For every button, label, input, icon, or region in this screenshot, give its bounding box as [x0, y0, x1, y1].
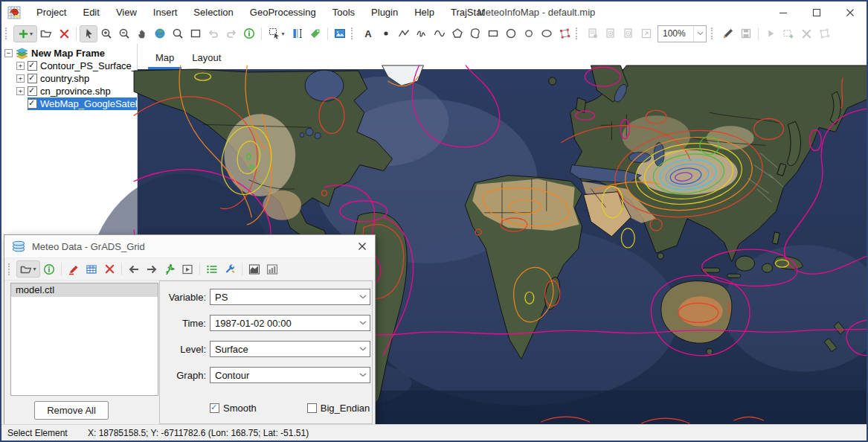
layer-checkbox[interactable]: [28, 86, 37, 96]
menu-geoprocessing[interactable]: GeoProcessing: [242, 1, 324, 23]
dialog-close-icon[interactable]: [350, 235, 375, 257]
fit-to-screen-icon[interactable]: [637, 25, 655, 42]
menu-plugin[interactable]: Plugin: [363, 1, 406, 23]
measurement-icon[interactable]: [289, 25, 306, 42]
menu-edit[interactable]: Edit: [74, 1, 107, 23]
remove-layer-icon[interactable]: [55, 25, 73, 42]
zoom-level-combobox[interactable]: 100%: [658, 25, 707, 42]
data-file-item[interactable]: model.ctl: [11, 284, 158, 297]
remove-all-button[interactable]: Remove All: [34, 401, 109, 420]
graph-combobox[interactable]: Contour: [210, 367, 370, 383]
open-file-icon[interactable]: [37, 25, 55, 42]
save-icon[interactable]: [737, 25, 755, 42]
free-polygon-draw-icon[interactable]: [466, 25, 484, 42]
delete-shape-icon[interactable]: [797, 25, 815, 42]
open-data-button[interactable]: ▾: [16, 260, 40, 278]
chart-area-icon[interactable]: [245, 260, 263, 278]
rectangle-draw-icon[interactable]: [484, 25, 502, 42]
previous-time-icon[interactable]: [125, 260, 143, 278]
remove-data-icon[interactable]: [100, 260, 118, 278]
polygon-draw-icon[interactable]: [449, 25, 466, 42]
toolbar-grip[interactable]: [351, 28, 357, 39]
zoom-to-layer-icon[interactable]: [169, 25, 187, 42]
maximize-button[interactable]: [800, 1, 833, 23]
data-list-icon[interactable]: [203, 260, 221, 278]
big-endian-checkbox[interactable]: [307, 403, 317, 413]
toolbar-grip[interactable]: [8, 263, 14, 275]
ellipse-draw-icon[interactable]: [538, 25, 556, 42]
dialog-titlebar[interactable]: Meteo Data - GrADS_Grid: [4, 235, 375, 258]
polyline-draw-icon[interactable]: [395, 25, 413, 42]
zoom-to-extent-icon[interactable]: [187, 25, 205, 42]
smooth-checkbox[interactable]: [210, 403, 219, 413]
page-zoom-out-icon[interactable]: [620, 25, 637, 42]
point-draw-icon[interactable]: [377, 25, 395, 42]
chevron-down-icon[interactable]: [356, 289, 370, 304]
add-shape-icon[interactable]: [779, 25, 797, 42]
toolbar-grip[interactable]: [576, 28, 582, 39]
menu-insert[interactable]: Insert: [145, 1, 186, 23]
label-icon[interactable]: [306, 25, 324, 42]
play-animation-icon[interactable]: [179, 260, 196, 278]
draw-data-icon[interactable]: [65, 260, 83, 278]
vertex-polygon-icon[interactable]: [556, 25, 573, 42]
select-by-rectangle-icon[interactable]: ▾: [265, 25, 289, 42]
menu-project[interactable]: Project: [28, 1, 74, 23]
layer-label[interactable]: country.shp: [40, 73, 89, 84]
screenshot-icon[interactable]: [331, 25, 349, 42]
circle-draw-icon[interactable]: [502, 25, 520, 42]
page-setup-icon[interactable]: [584, 25, 602, 42]
toolbar-grip[interactable]: [5, 28, 11, 39]
chevron-down-icon[interactable]: [356, 342, 370, 356]
close-button[interactable]: [833, 1, 867, 23]
menu-view[interactable]: View: [108, 1, 145, 23]
next-time-icon[interactable]: [143, 260, 161, 278]
layer-checkbox[interactable]: [28, 99, 37, 109]
zoom-out-icon[interactable]: [115, 25, 133, 42]
chevron-down-icon[interactable]: [356, 316, 370, 330]
root-expander[interactable]: −: [4, 49, 13, 57]
tab-layout[interactable]: Layout: [183, 52, 230, 69]
time-combobox[interactable]: 1987-01-02 00:00: [210, 315, 370, 331]
zoom-in-icon[interactable]: [97, 25, 115, 42]
data-info-icon[interactable]: [40, 260, 58, 278]
freehand-draw-icon[interactable]: [413, 25, 431, 42]
layer-expander[interactable]: +: [16, 74, 25, 83]
layer-label[interactable]: cn_province.shp: [40, 86, 111, 97]
variable-combobox[interactable]: PS: [210, 289, 370, 305]
layer-expander[interactable]: +: [16, 62, 25, 70]
menu-tools[interactable]: Tools: [324, 1, 363, 23]
pan-icon[interactable]: [133, 25, 151, 42]
minimize-button[interactable]: [766, 1, 800, 23]
layer-label[interactable]: Contour_PS_Surface_19: [40, 60, 138, 71]
select-tool-icon[interactable]: [80, 25, 97, 42]
layer-expander[interactable]: +: [16, 87, 25, 95]
edit-pencil-icon[interactable]: [719, 25, 737, 42]
curve-draw-icon[interactable]: [431, 25, 449, 42]
start-edit-icon[interactable]: [762, 25, 779, 42]
small-circle-draw-icon[interactable]: [520, 25, 538, 42]
settings-tools-icon[interactable]: [221, 260, 239, 278]
chart-bar-icon[interactable]: [263, 260, 281, 278]
toolbar-grip[interactable]: [711, 28, 717, 39]
chevron-down-icon[interactable]: [693, 26, 706, 42]
level-combobox[interactable]: Surface: [210, 341, 370, 357]
text-draw-icon[interactable]: A: [359, 25, 377, 42]
edit-vertices-icon[interactable]: [815, 25, 833, 42]
page-zoom-in-icon[interactable]: [602, 25, 620, 42]
layer-checkbox[interactable]: [28, 74, 37, 83]
redo-icon[interactable]: [222, 25, 240, 42]
identify-icon[interactable]: [240, 25, 258, 42]
chevron-down-icon[interactable]: [356, 368, 370, 382]
animate-icon[interactable]: [161, 260, 179, 278]
tab-map[interactable]: Map: [147, 52, 183, 69]
undo-icon[interactable]: [205, 25, 222, 42]
data-file-list[interactable]: model.ctl: [10, 283, 158, 396]
layer-label[interactable]: WebMap_GoogleSatell: [40, 98, 138, 109]
layer-checkbox[interactable]: [28, 61, 37, 71]
data-table-icon[interactable]: [83, 260, 100, 278]
add-layer-button[interactable]: ▾: [13, 25, 37, 42]
menu-selection[interactable]: Selection: [185, 1, 241, 23]
full-extent-icon[interactable]: [151, 25, 169, 42]
menu-help[interactable]: Help: [406, 1, 443, 23]
